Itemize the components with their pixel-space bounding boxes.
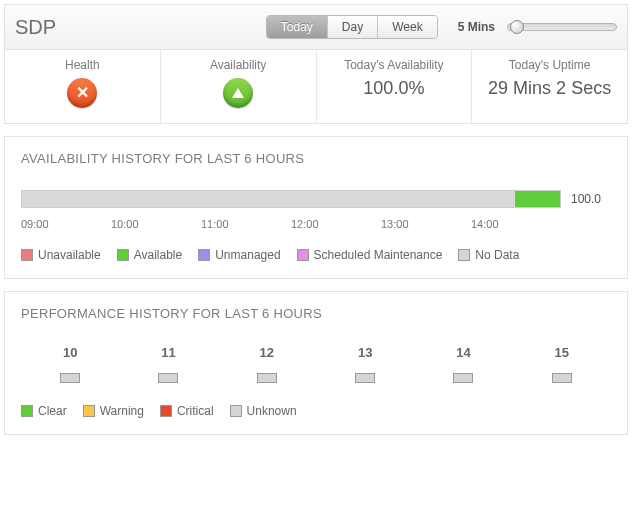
availability-panel: AVAILABILITY HISTORY FOR LAST 6 HOURS 10…: [4, 136, 628, 279]
performance-status-box: [355, 373, 375, 383]
legend-swatch: [117, 249, 129, 261]
slider-track[interactable]: [507, 23, 617, 31]
legend-swatch: [83, 405, 95, 417]
performance-status-box: [60, 373, 80, 383]
range-btn-today[interactable]: Today: [267, 16, 328, 38]
legend-label: Clear: [38, 404, 67, 418]
legend-label: Scheduled Maintenance: [314, 248, 443, 262]
summary-stats: Health ✕ Availability Today's Availabili…: [4, 50, 628, 124]
performance-hour-label: 15: [552, 345, 572, 360]
legend-swatch: [198, 249, 210, 261]
performance-status-box: [158, 373, 178, 383]
performance-panel: PERFORMANCE HISTORY FOR LAST 6 HOURS 101…: [4, 291, 628, 435]
availability-x-tick: 12:00: [291, 218, 381, 230]
page-title: SDP: [15, 16, 56, 39]
performance-hour-label: 12: [257, 345, 277, 360]
interval-label: 5 Mins: [458, 20, 495, 34]
availability-legend: UnavailableAvailableUnmanagedScheduled M…: [21, 248, 611, 262]
legend-label: Unavailable: [38, 248, 101, 262]
legend-label: No Data: [475, 248, 519, 262]
legend-swatch: [458, 249, 470, 261]
performance-hour-col: 15: [552, 345, 572, 386]
header-bar: SDP Today Day Week 5 Mins: [4, 4, 628, 50]
availability-bar-value: 100.0: [571, 192, 611, 206]
health-critical-icon: ✕: [67, 78, 97, 108]
legend-item: Available: [117, 248, 182, 262]
range-btn-day[interactable]: Day: [328, 16, 378, 38]
performance-hour-col: 12: [257, 345, 277, 386]
availability-x-tick: 13:00: [381, 218, 471, 230]
performance-hour-label: 10: [60, 345, 80, 360]
stat-todays-availability-label: Today's Availability: [321, 58, 468, 72]
legend-item: Warning: [83, 404, 144, 418]
slider-thumb[interactable]: [510, 20, 524, 34]
legend-label: Unknown: [247, 404, 297, 418]
time-range-segmented: Today Day Week: [266, 15, 438, 39]
availability-x-tick: 09:00: [21, 218, 111, 230]
stat-todays-uptime-label: Today's Uptime: [476, 58, 623, 72]
performance-status-box: [552, 373, 572, 383]
performance-panel-title: PERFORMANCE HISTORY FOR LAST 6 HOURS: [21, 306, 611, 321]
legend-label: Available: [134, 248, 182, 262]
availability-panel-title: AVAILABILITY HISTORY FOR LAST 6 HOURS: [21, 151, 611, 166]
stat-availability-label: Availability: [165, 58, 312, 72]
legend-label: Warning: [100, 404, 144, 418]
legend-swatch: [160, 405, 172, 417]
performance-hour-label: 13: [355, 345, 375, 360]
legend-item: No Data: [458, 248, 519, 262]
legend-item: Critical: [160, 404, 214, 418]
legend-item: Unmanaged: [198, 248, 280, 262]
stat-health-label: Health: [9, 58, 156, 72]
legend-label: Unmanaged: [215, 248, 280, 262]
availability-x-axis: 09:0010:0011:0012:0013:0014:00: [21, 218, 611, 230]
availability-bar-available-segment: [515, 191, 560, 207]
stat-todays-uptime: Today's Uptime 29 Mins 2 Secs: [472, 50, 627, 123]
availability-x-tick: 10:00: [111, 218, 201, 230]
performance-hour-col: 11: [158, 345, 178, 386]
availability-up-icon: [223, 78, 253, 108]
performance-legend: ClearWarningCriticalUnknown: [21, 404, 611, 418]
legend-item: Unknown: [230, 404, 297, 418]
performance-status-box: [257, 373, 277, 383]
interval-slider[interactable]: [507, 23, 617, 31]
stat-todays-uptime-value: 29 Mins 2 Secs: [476, 78, 623, 99]
legend-item: Unavailable: [21, 248, 101, 262]
availability-bar-row: 100.0: [21, 190, 611, 208]
stat-todays-availability-value: 100.0%: [321, 78, 468, 99]
legend-swatch: [297, 249, 309, 261]
performance-status-box: [453, 373, 473, 383]
performance-hour-label: 11: [158, 345, 178, 360]
legend-item: Scheduled Maintenance: [297, 248, 443, 262]
availability-x-tick: 11:00: [201, 218, 291, 230]
stat-health: Health ✕: [5, 50, 161, 123]
performance-hour-col: 13: [355, 345, 375, 386]
performance-hour-col: 14: [453, 345, 473, 386]
availability-x-tick: 14:00: [471, 218, 561, 230]
performance-hour-col: 10: [60, 345, 80, 386]
range-btn-week[interactable]: Week: [378, 16, 436, 38]
legend-item: Clear: [21, 404, 67, 418]
legend-label: Critical: [177, 404, 214, 418]
performance-hour-label: 14: [453, 345, 473, 360]
availability-bar: [21, 190, 561, 208]
legend-swatch: [21, 405, 33, 417]
performance-hours-row: 101112131415: [21, 345, 611, 386]
legend-swatch: [21, 249, 33, 261]
stat-availability: Availability: [161, 50, 317, 123]
stat-todays-availability: Today's Availability 100.0%: [317, 50, 473, 123]
legend-swatch: [230, 405, 242, 417]
